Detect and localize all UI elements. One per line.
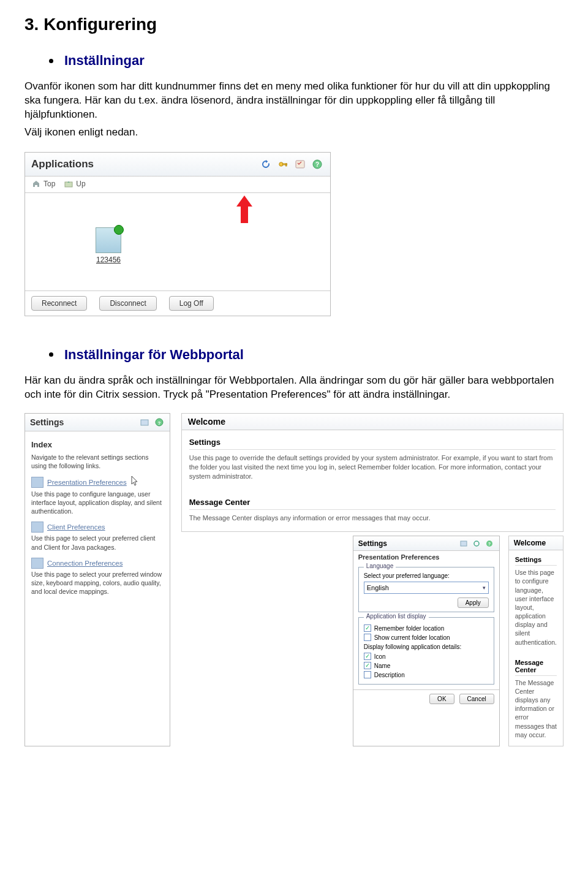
language-fieldset: Language Select your preferred language:… [358,567,494,612]
bullet-1: Inställningar [49,53,564,69]
connection-icon [31,558,43,569]
connection-desc: Use this page to select your preferred w… [31,570,164,596]
app-item-label: 123456 [96,256,121,264]
nav-top[interactable]: Top [31,179,55,189]
ok-button[interactable]: OK [429,694,454,704]
bullet-2: Inställningar för Webbportal [49,347,564,363]
disconnect-button[interactable]: Disconnect [99,296,156,311]
mini-settings-body: Use this page to configure language, use… [515,568,557,647]
applications-body: 123456 [25,193,330,291]
help-icon[interactable]: ? [311,157,324,171]
applications-title: Applications [31,158,255,170]
welcome-title: Welcome [182,414,563,430]
presentation-icon [31,477,43,488]
applications-header: Applications ? [25,153,330,176]
svg-rect-7 [141,420,148,425]
mini-settings-section: Settings Use this page to configure lang… [509,550,563,653]
language-value: English [367,584,389,591]
cancel-button[interactable]: Cancel [459,694,494,704]
client-preferences-label: Client Preferences [47,523,105,531]
nav-top-label: Top [43,180,55,188]
mini-welcome-title: Welcome [509,536,563,550]
welcome-message-section: Message Center The Message Center displa… [182,490,563,531]
svg-text:?: ? [157,420,160,425]
applications-footer: Reconnect Disconnect Log Off [25,291,330,316]
chk-desc-row[interactable]: Description [364,671,489,678]
index-title: Index [31,440,164,449]
nav-up-label: Up [76,180,85,188]
applications-panel: Applications ? Top Up [24,152,331,316]
mini-settings-title: Settings [515,556,557,566]
app-item-123456[interactable]: 123456 [96,227,121,264]
refresh-icon[interactable] [472,539,481,548]
prefs-footer: OK Cancel [353,689,499,708]
welcome-settings-section: Settings Use this page to override the d… [182,430,563,490]
presentation-prefs-panel: Settings ? Presentation Preferences Lang… [353,536,500,746]
chk-name-row[interactable]: ✓ Name [364,662,489,669]
chk-icon-row[interactable]: ✓ Icon [364,653,489,660]
applications-nav: Top Up [25,176,330,193]
svg-text:?: ? [315,161,319,168]
chk-desc-label: Description [374,672,405,678]
welcome-message-body: The Message Center displays any informat… [189,514,556,523]
red-arrow-icon [236,195,252,224]
connection-preferences-label: Connection Preferences [47,560,123,567]
chk-icon-label: Icon [374,653,386,660]
svg-rect-3 [296,161,304,168]
welcome-settings-body: Use this page to override the default se… [189,453,556,482]
doc-heading: 3. Konfigurering [24,15,564,34]
prefs-subtitle: Presentation Preferences [353,551,499,563]
chk-remember-label: Remember folder location [374,625,445,632]
checkbox-checked-icon: ✓ [364,624,371,632]
intro-para-1: Ovanför ikonen som har ditt kundnummer f… [24,80,564,122]
prefs-header: Settings ? [353,536,499,551]
settings-icon[interactable] [293,157,307,171]
app-list-label: Display following application details: [364,643,489,650]
folder-up-icon [64,179,74,189]
presentation-preferences-link[interactable]: Presentation Preferences [31,476,164,488]
home-icon [31,179,41,189]
settings-panel: Settings ? Index Navigate to the relevan… [24,413,170,746]
svg-point-11 [474,541,479,546]
para-3: Här kan du ändra språk och inställningar… [24,374,564,402]
settings-header: Settings ? [25,414,170,431]
client-preferences-link[interactable]: Client Preferences [31,522,164,533]
apply-button[interactable]: Apply [458,598,489,608]
mini-welcome-panel: Welcome Settings Use this page to config… [508,536,564,746]
chk-remember-row[interactable]: ✓ Remember folder location [364,624,489,632]
presentation-preferences-label: Presentation Preferences [47,479,127,486]
chk-show-row[interactable]: Show current folder location [364,634,489,641]
svg-text:?: ? [488,542,491,546]
checkbox-icon [364,671,371,678]
client-icon [31,522,43,533]
svg-rect-6 [65,182,72,187]
index-desc: Navigate to the relevant settings sectio… [31,453,164,470]
mini-message-section: Message Center The Message Center displa… [509,653,563,746]
help-icon[interactable]: ? [485,539,494,548]
mini-message-title: Message Center [515,659,557,676]
home-icon[interactable] [139,417,150,428]
bullet-dot-icon [49,352,53,357]
nav-up[interactable]: Up [64,179,85,189]
welcome-panel: Welcome Settings Use this page to overri… [181,413,564,533]
connection-preferences-link[interactable]: Connection Preferences [31,558,164,569]
language-select[interactable]: English ▾ [364,582,489,594]
checkbox-checked-icon: ✓ [364,662,371,669]
bullet-2-label: Inställningar för Webbportal [64,347,244,363]
key-icon[interactable] [276,157,290,171]
reconnect-button[interactable]: Reconnect [31,296,87,311]
bullet-dot-icon [49,59,53,63]
mini-message-body: The Message Center displays any informat… [515,678,557,739]
refresh-icon[interactable] [259,157,273,171]
chevron-down-icon: ▾ [483,585,486,591]
home-icon[interactable] [459,539,469,548]
help-icon[interactable]: ? [154,417,165,428]
language-legend: Language [364,563,396,569]
client-desc: Use this page to select your preferred c… [31,534,164,551]
welcome-settings-title: Settings [189,438,556,450]
logoff-button[interactable]: Log Off [169,296,214,311]
app-icon [96,227,121,253]
prefs-title: Settings [358,539,456,548]
svg-rect-10 [461,541,467,546]
language-label: Select your preferred language: [364,572,489,579]
